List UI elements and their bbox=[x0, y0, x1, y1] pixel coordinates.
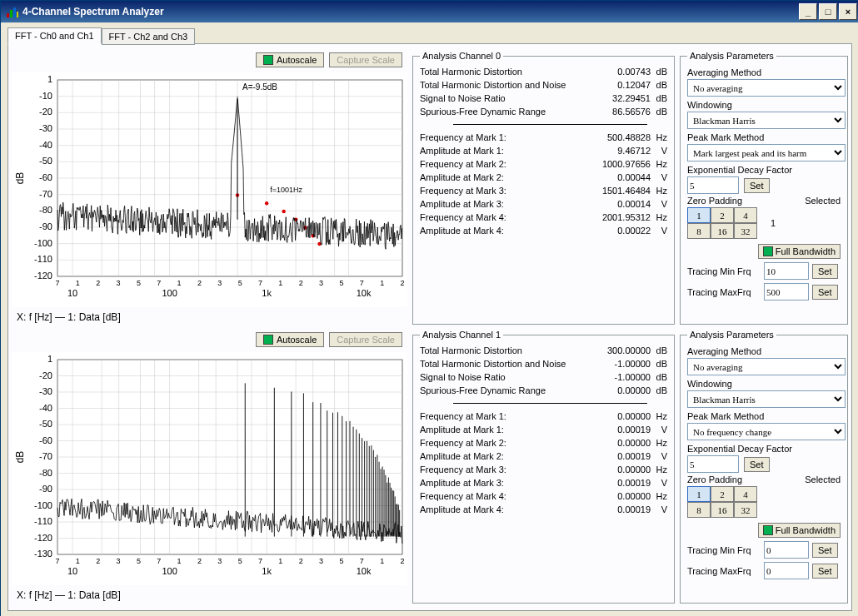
autoscale-button-ch1[interactable]: Autoscale bbox=[256, 332, 324, 347]
title-bar[interactable]: 4-Channel Spectrum Analyzer _ □ × bbox=[1, 1, 858, 22]
tab-fft-ch0-ch1[interactable]: FFT - Ch0 and Ch1 bbox=[7, 27, 102, 44]
svg-text:-130: -130 bbox=[34, 549, 52, 559]
svg-text:dB: dB bbox=[14, 451, 26, 464]
svg-text:3: 3 bbox=[217, 557, 222, 565]
tracing-min-input[interactable] bbox=[764, 262, 809, 280]
zero-padding-option[interactable]: 16 bbox=[711, 502, 734, 518]
metric-unit: dB bbox=[651, 345, 667, 355]
svg-text:3: 3 bbox=[117, 557, 121, 565]
mark-unit: V bbox=[651, 478, 667, 488]
svg-text:-70: -70 bbox=[39, 451, 52, 461]
svg-text:5: 5 bbox=[137, 279, 141, 287]
zero-padding-option[interactable]: 1 bbox=[687, 486, 711, 502]
mark-label: Frequency at Mark 2: bbox=[420, 438, 592, 448]
svg-text:2: 2 bbox=[400, 279, 404, 287]
full-bandwidth-button[interactable]: Full Bandwidth bbox=[758, 244, 841, 259]
decay-factor-input[interactable] bbox=[687, 455, 739, 473]
averaging-method-select[interactable]: No averaging bbox=[687, 79, 846, 97]
tracing-min-set-button[interactable]: Set bbox=[812, 543, 838, 558]
svg-text:100: 100 bbox=[162, 288, 177, 298]
chart-legend-ch1: X: f [Hz] — 1: Data [dB] bbox=[12, 587, 407, 604]
svg-rect-3 bbox=[17, 12, 18, 17]
autoscale-button-ch0[interactable]: Autoscale bbox=[256, 52, 324, 67]
metric-label: Total Harmonic Distortion bbox=[420, 67, 592, 77]
maximize-button[interactable]: □ bbox=[819, 3, 837, 20]
mark-value: 1501.46484 bbox=[592, 186, 651, 196]
app-window: 4-Channel Spectrum Analyzer _ □ × FFT - … bbox=[0, 0, 858, 616]
decay-factor-input[interactable] bbox=[687, 176, 739, 194]
mark-label: Amplitude at Mark 3: bbox=[420, 478, 592, 488]
mark-label: Amplitude at Mark 4: bbox=[420, 226, 592, 236]
zero-padding-option[interactable]: 4 bbox=[734, 207, 757, 223]
averaging-method-select[interactable]: No averaging bbox=[687, 358, 846, 375]
windowing-select[interactable]: Blackman Harris bbox=[687, 112, 846, 129]
zero-padding-option[interactable]: 1 bbox=[687, 207, 711, 223]
svg-text:5: 5 bbox=[238, 557, 242, 565]
minimize-button[interactable]: _ bbox=[799, 3, 817, 20]
svg-text:10: 10 bbox=[67, 288, 77, 298]
full-bandwidth-button[interactable]: Full Bandwidth bbox=[758, 523, 841, 538]
tab-fft-ch2-ch3[interactable]: FFT - Ch2 and Ch3 bbox=[102, 28, 196, 45]
capture-scale-button-ch0[interactable]: Capture Scale bbox=[329, 52, 402, 67]
selected-label: Selected bbox=[805, 474, 841, 484]
zero-padding-option[interactable]: 32 bbox=[734, 502, 757, 518]
svg-text:5: 5 bbox=[238, 279, 242, 287]
param-label: Averaging Method bbox=[687, 346, 841, 356]
metric-unit: dB bbox=[651, 107, 667, 117]
mark-value: 0.00019 bbox=[592, 425, 651, 435]
zero-padding-option[interactable]: 8 bbox=[687, 502, 711, 518]
svg-text:7: 7 bbox=[258, 557, 262, 565]
svg-text:-60: -60 bbox=[39, 172, 52, 182]
svg-text:7: 7 bbox=[258, 279, 262, 287]
svg-text:-80: -80 bbox=[39, 205, 52, 215]
close-button[interactable]: × bbox=[839, 3, 857, 20]
param-label: Peak Mark Method bbox=[687, 132, 841, 142]
svg-point-71 bbox=[265, 201, 268, 205]
svg-text:1: 1 bbox=[47, 74, 52, 84]
mark-label: Frequency at Mark 4: bbox=[420, 212, 592, 222]
selected-value: 1 bbox=[771, 218, 776, 228]
zero-padding-option[interactable]: 16 bbox=[711, 223, 734, 239]
tracing-max-set-button[interactable]: Set bbox=[812, 285, 838, 300]
svg-text:1: 1 bbox=[278, 279, 282, 287]
tracing-min-input[interactable] bbox=[764, 541, 809, 559]
metric-value: 0.12047 bbox=[592, 80, 651, 90]
peak-mark-method-select[interactable]: No frequency change bbox=[687, 423, 846, 440]
metric-label: Total Harmonic Distortion bbox=[420, 345, 592, 355]
svg-text:3: 3 bbox=[319, 557, 323, 565]
mark-unit: V bbox=[651, 172, 667, 182]
spectrum-chart-ch1[interactable]: 1-20-30-40-50-60-70-80-90-100-110-120-13… bbox=[12, 352, 407, 585]
metric-value: 0.00000 bbox=[592, 385, 651, 395]
svg-rect-1 bbox=[10, 10, 12, 17]
tracing-max-input[interactable] bbox=[764, 562, 809, 579]
mark-value: 0.00022 bbox=[592, 226, 651, 236]
capture-scale-button-ch1[interactable]: Capture Scale bbox=[329, 332, 402, 347]
tracing-max-input[interactable] bbox=[764, 283, 809, 301]
svg-text:7: 7 bbox=[55, 279, 59, 287]
zero-padding-option[interactable]: 8 bbox=[687, 223, 711, 239]
decay-set-button[interactable]: Set bbox=[744, 178, 770, 193]
param-label: Exponential Decay Factor bbox=[687, 165, 841, 175]
zero-padding-option[interactable]: 4 bbox=[734, 486, 757, 502]
mark-value: 0.00000 bbox=[592, 464, 651, 474]
mark-unit: Hz bbox=[651, 132, 667, 142]
svg-text:2: 2 bbox=[299, 557, 303, 565]
windowing-select[interactable]: Blackman Harris bbox=[687, 390, 846, 408]
mark-label: Amplitude at Mark 3: bbox=[420, 199, 592, 209]
svg-rect-0 bbox=[7, 13, 9, 17]
tracing-min-set-button[interactable]: Set bbox=[812, 264, 838, 279]
mark-unit: Hz bbox=[651, 491, 667, 501]
tab-strip: FFT - Ch0 and Ch1 FFT - Ch2 and Ch3 bbox=[7, 27, 852, 44]
svg-text:2: 2 bbox=[96, 557, 100, 565]
peak-mark-method-select[interactable]: Mark largest peak and its harm bbox=[687, 144, 846, 161]
mark-unit: V bbox=[651, 451, 667, 461]
tracing-max-set-button[interactable]: Set bbox=[812, 564, 838, 579]
decay-set-button[interactable]: Set bbox=[744, 457, 770, 472]
metric-label: Total Harmonic Distortion and Noise bbox=[420, 359, 592, 369]
zero-padding-option[interactable]: 32 bbox=[734, 223, 757, 239]
mark-unit: V bbox=[651, 425, 667, 435]
metric-unit: dB bbox=[651, 80, 667, 90]
zero-padding-option[interactable]: 2 bbox=[711, 207, 734, 223]
zero-padding-option[interactable]: 2 bbox=[711, 486, 734, 502]
spectrum-chart-ch0[interactable]: 1-10-20-30-40-50-60-70-80-90-100-110-120… bbox=[12, 72, 407, 307]
